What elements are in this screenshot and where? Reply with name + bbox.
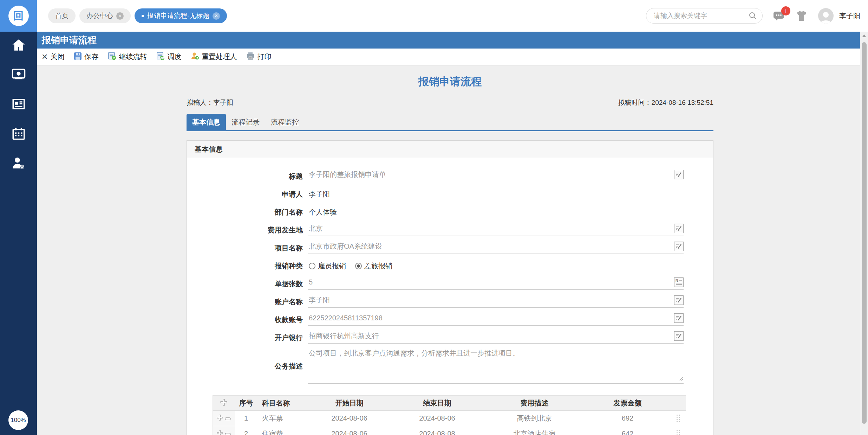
account-number-input[interactable] bbox=[308, 314, 684, 326]
scrollbar-thumb[interactable] bbox=[862, 42, 867, 424]
continue-flow-button[interactable]: 继续流转 bbox=[108, 52, 147, 62]
global-search bbox=[646, 8, 763, 24]
title-input[interactable] bbox=[308, 171, 684, 182]
sidebar: 100% bbox=[0, 32, 37, 435]
tab-home[interactable]: 首页 bbox=[48, 8, 76, 23]
tab-basic-info[interactable]: 基本信息 bbox=[187, 114, 226, 130]
tab-office-center[interactable]: 办公中心 ✕ bbox=[79, 8, 131, 23]
radio-label: 雇员报销 bbox=[318, 261, 346, 271]
table-row: 1 火车票 2024-08-06 2024-08-06 高铁到北京 692 bbox=[213, 411, 686, 426]
theme-skin-button[interactable] bbox=[796, 10, 808, 21]
dispatch-button[interactable]: 调度 bbox=[156, 52, 181, 62]
close-icon[interactable]: ✕ bbox=[116, 12, 124, 20]
tab-label: 办公中心 bbox=[86, 11, 113, 20]
tabs-underline bbox=[187, 130, 713, 131]
bank-input[interactable] bbox=[308, 332, 684, 344]
tab-label: 报销申请流程-无标题 bbox=[147, 11, 209, 20]
tab-flow-record[interactable]: 流程记录 bbox=[226, 114, 265, 130]
print-button[interactable]: 打印 bbox=[246, 52, 271, 62]
scroll-up-icon[interactable] bbox=[862, 34, 866, 37]
edit-field-icon[interactable] bbox=[674, 242, 684, 252]
remove-row-icon[interactable] bbox=[225, 430, 231, 435]
table-row: 2 住宿费 2024-08-06 2024-08-08 北京酒店住宿 642 bbox=[213, 426, 686, 435]
sidebar-item-video-conference[interactable] bbox=[9, 65, 28, 85]
add-row-icon[interactable] bbox=[216, 430, 223, 435]
close-button[interactable]: ✕ 关闭 bbox=[41, 52, 64, 62]
save-button[interactable]: 保存 bbox=[74, 52, 98, 62]
form-tabs: 基本信息 流程记录 流程监控 bbox=[187, 114, 713, 130]
avatar[interactable] bbox=[818, 8, 834, 24]
basic-info-panel: 基本信息 标题 申请人 李子阳 bbox=[187, 140, 713, 435]
drag-handle[interactable] bbox=[672, 411, 686, 426]
edit-field-icon[interactable] bbox=[674, 313, 684, 324]
field-label: 开户银行 bbox=[187, 333, 308, 343]
current-username[interactable]: 李子阳 bbox=[839, 11, 860, 21]
col-header: 发票金额 bbox=[584, 396, 672, 411]
edit-field-icon[interactable] bbox=[674, 224, 684, 235]
search-input[interactable] bbox=[646, 8, 763, 24]
video-user-icon bbox=[11, 67, 26, 83]
edit-field-icon[interactable] bbox=[674, 331, 684, 342]
tool-label: 重置处理人 bbox=[202, 52, 237, 62]
account-name-input[interactable] bbox=[308, 296, 684, 308]
cell-description: 北京酒店住宿 bbox=[485, 426, 584, 435]
tab-expense-flow[interactable]: 报销申请流程-无标题 ✕ bbox=[135, 8, 227, 23]
add-row-icon[interactable] bbox=[220, 400, 228, 408]
radio-checked-icon bbox=[355, 263, 362, 269]
edit-field-icon[interactable] bbox=[674, 295, 684, 306]
reset-handler-button[interactable]: 重置处理人 bbox=[191, 52, 237, 62]
home-icon bbox=[11, 38, 26, 54]
col-header: 开始日期 bbox=[310, 396, 389, 411]
form-row-expense-type: 报销种类 雇员报销 差旅报销 bbox=[187, 257, 684, 275]
field-label: 标题 bbox=[187, 172, 308, 181]
zoom-level-badge[interactable]: 100% bbox=[8, 410, 28, 430]
form-row-account-name: 账户名称 bbox=[187, 293, 684, 311]
resize-handle-icon[interactable] bbox=[678, 376, 683, 382]
calendar-icon bbox=[11, 126, 26, 142]
table-header-row: 序号 科目名称 开始日期 结束日期 费用描述 发票金额 bbox=[213, 396, 686, 411]
sidebar-item-user-settings[interactable] bbox=[9, 154, 28, 174]
form-row-department: 部门名称 个人体验 bbox=[187, 203, 684, 221]
field-label: 费用发生地 bbox=[187, 225, 308, 235]
topbar: 回 首页 办公中心 ✕ 报销申请流程-无标题 ✕ 1 bbox=[0, 0, 868, 32]
sidebar-item-calendar[interactable] bbox=[9, 124, 28, 144]
toolbar: ✕ 关闭 保存 继续流转 调度 重置处理人 bbox=[37, 49, 860, 65]
receipt-count-input[interactable] bbox=[308, 278, 684, 290]
add-row-header-cell[interactable] bbox=[213, 396, 235, 411]
reset-handler-icon bbox=[191, 52, 199, 62]
project-name-input[interactable] bbox=[308, 242, 684, 254]
field-label: 报销种类 bbox=[187, 261, 308, 271]
col-header: 科目名称 bbox=[258, 396, 310, 411]
vertical-scrollbar[interactable] bbox=[860, 32, 868, 435]
draft-time-text: 拟稿时间：2024-08-16 13:52:51 bbox=[618, 98, 713, 107]
sidebar-item-news[interactable] bbox=[9, 95, 28, 115]
sidebar-item-home[interactable] bbox=[9, 36, 28, 56]
form-row-expense-location: 费用发生地 bbox=[187, 221, 684, 239]
dispatch-icon bbox=[156, 52, 165, 62]
expense-location-input[interactable] bbox=[308, 224, 684, 236]
unsaved-dot-icon bbox=[142, 15, 144, 17]
number-field-icon[interactable]: N bbox=[674, 277, 684, 288]
radio-travel-expense[interactable]: 差旅报销 bbox=[355, 261, 392, 271]
tool-label: 继续流转 bbox=[119, 52, 147, 62]
messages-button[interactable]: 1 bbox=[773, 11, 785, 21]
edit-field-icon[interactable] bbox=[674, 170, 684, 181]
drag-handle[interactable] bbox=[672, 426, 686, 435]
tab-flow-monitor[interactable]: 流程监控 bbox=[265, 114, 305, 130]
radio-employee-expense[interactable]: 雇员报销 bbox=[309, 261, 346, 271]
field-label: 项目名称 bbox=[187, 243, 308, 253]
col-header: 费用描述 bbox=[485, 396, 584, 411]
business-description-textarea[interactable]: 公司项目，到北京客户点沟通需求，分析需求并且进一步推进项目。 bbox=[308, 347, 684, 384]
field-label: 申请人 bbox=[187, 190, 308, 199]
remove-row-icon[interactable] bbox=[225, 414, 231, 422]
cell-amount: 692 bbox=[584, 411, 672, 426]
app-logo[interactable]: 回 bbox=[0, 0, 37, 32]
add-row-icon[interactable] bbox=[216, 414, 223, 423]
notification-badge: 1 bbox=[781, 6, 790, 15]
search-icon[interactable] bbox=[749, 12, 757, 21]
form-row-business-description: 公务描述 公司项目，到北京客户点沟通需求，分析需求并且进一步推进项目。 bbox=[187, 347, 684, 385]
department-value: 个人体验 bbox=[308, 208, 337, 216]
main-area: 报销申请流程 ✕ 关闭 保存 继续流转 调度 bbox=[37, 32, 860, 435]
tool-label: 保存 bbox=[84, 52, 98, 62]
close-icon[interactable]: ✕ bbox=[213, 12, 220, 20]
